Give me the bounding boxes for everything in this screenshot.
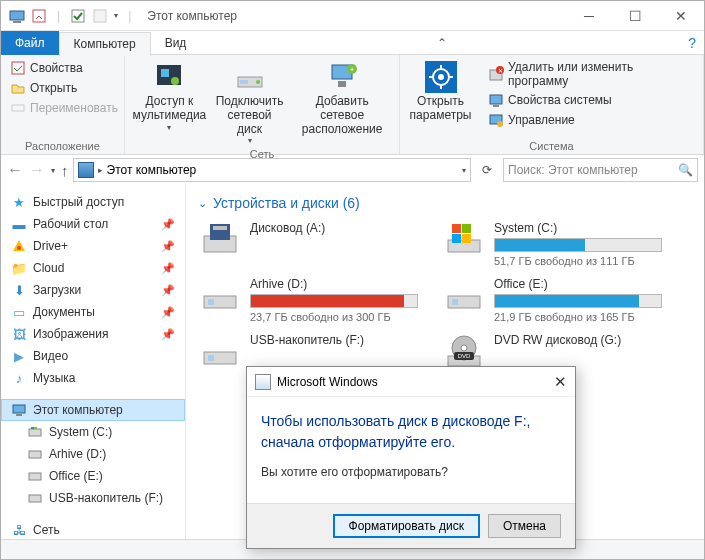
- drive-system-c[interactable]: System (C:) 51,7 ГБ свободно из 111 ГБ: [442, 221, 662, 267]
- manage-label: Управление: [508, 113, 575, 127]
- svg-rect-1: [13, 21, 21, 23]
- label: Быстрый доступ: [33, 195, 124, 209]
- format-disk-button[interactable]: Форматировать диск: [333, 514, 480, 538]
- usage-bar: [494, 238, 662, 252]
- label: System (C:): [49, 425, 112, 439]
- close-button[interactable]: ✕: [658, 1, 704, 31]
- label: Документы: [33, 305, 95, 319]
- label: Этот компьютер: [33, 403, 123, 417]
- tree-documents[interactable]: ▭Документы📌: [1, 301, 185, 323]
- drive-name: System (C:): [494, 221, 662, 235]
- add-netloc-label: Добавить сетевое расположение: [295, 95, 389, 136]
- tree-desktop[interactable]: ▬Рабочий стол📌: [1, 213, 185, 235]
- drive-icon: [27, 424, 43, 440]
- tree-network[interactable]: 🖧Сеть: [1, 519, 185, 539]
- svg-text:✕: ✕: [498, 68, 503, 74]
- tree-videos[interactable]: ▶Видео: [1, 345, 185, 367]
- qat-checkbox-icon[interactable]: [70, 8, 86, 24]
- svg-rect-54: [208, 355, 214, 361]
- minimize-button[interactable]: ─: [566, 1, 612, 31]
- address-dropdown-icon[interactable]: ▾: [462, 166, 466, 175]
- group-location-label: Расположение: [7, 140, 118, 152]
- svg-rect-52: [452, 299, 458, 305]
- dialog-icon: [255, 374, 271, 390]
- expand-ribbon-icon[interactable]: ⌃: [437, 36, 447, 50]
- drive-icon: [27, 468, 43, 484]
- floppy-icon: [198, 221, 242, 257]
- tree-cloud[interactable]: 📁Cloud📌: [1, 257, 185, 279]
- drive-usb-f[interactable]: USB-накопитель (F:): [198, 333, 418, 369]
- uninstall-label: Удалить или изменить программу: [508, 60, 694, 88]
- svg-rect-46: [462, 224, 471, 233]
- search-box[interactable]: Поиск: Этот компьютер 🔍: [503, 158, 698, 182]
- qat-dropdown-icon[interactable]: ▾: [114, 11, 118, 20]
- tree-system-c[interactable]: System (C:): [1, 421, 185, 443]
- dvd-icon: DVD: [442, 333, 486, 369]
- group-header[interactable]: ⌄Устройства и диски (6): [198, 195, 692, 211]
- help-icon[interactable]: ?: [688, 35, 696, 51]
- media-access-label: Доступ к мультимедиа: [133, 95, 207, 123]
- uninstall-button[interactable]: ✕Удалить или изменить программу: [485, 59, 697, 89]
- ribbon: Свойства Открыть Переименовать Расположе…: [1, 55, 704, 155]
- maximize-button[interactable]: ☐: [612, 1, 658, 31]
- chevron-right-icon[interactable]: ▸: [98, 165, 103, 175]
- documents-icon: ▭: [11, 304, 27, 320]
- open-button[interactable]: Открыть: [7, 79, 121, 97]
- qat-blank-icon[interactable]: [92, 8, 108, 24]
- svg-rect-47: [452, 234, 461, 243]
- tab-file[interactable]: Файл: [1, 31, 59, 55]
- back-button[interactable]: ←: [7, 161, 23, 179]
- tree-arhive-d[interactable]: Arhive (D:): [1, 443, 185, 465]
- manage-icon: [488, 112, 504, 128]
- drive-stat: 21,9 ГБ свободно из 165 ГБ: [494, 311, 662, 323]
- svg-rect-27: [490, 95, 502, 104]
- tree-pictures[interactable]: 🖼Изображения📌: [1, 323, 185, 345]
- music-icon: ♪: [11, 370, 27, 386]
- manage-button[interactable]: Управление: [485, 111, 697, 129]
- tree-usb-f[interactable]: USB-накопитель (F:): [1, 487, 185, 509]
- media-access-button[interactable]: Доступ к мультимедиа▾: [131, 59, 208, 148]
- label: USB-накопитель (F:): [49, 491, 163, 505]
- group-system-label: Система: [406, 140, 697, 152]
- tree-this-pc[interactable]: Этот компьютер: [1, 399, 185, 421]
- tree-office-e[interactable]: Office (E:): [1, 465, 185, 487]
- history-dropdown-icon[interactable]: ▾: [51, 166, 55, 175]
- qat-properties-icon[interactable]: [31, 8, 47, 24]
- uninstall-icon: ✕: [488, 66, 504, 82]
- svg-text:+: +: [350, 65, 355, 74]
- open-settings-button[interactable]: Открыть параметры: [406, 59, 475, 140]
- tree-quick-access[interactable]: ★Быстрый доступ: [1, 191, 185, 213]
- system-properties-button[interactable]: Свойства системы: [485, 91, 697, 109]
- tree-driveplus[interactable]: Drive+📌: [1, 235, 185, 257]
- drive-office-e[interactable]: Office (E:) 21,9 ГБ свободно из 165 ГБ: [442, 277, 662, 323]
- navigation-bar: ← → ▾ ↑ ▸ Этот компьютер ▾ ⟳ Поиск: Этот…: [1, 155, 704, 185]
- tree-downloads[interactable]: ⬇Загрузки📌: [1, 279, 185, 301]
- refresh-button[interactable]: ⟳: [475, 163, 499, 177]
- pin-icon: 📌: [161, 284, 175, 297]
- svg-rect-14: [338, 81, 346, 87]
- drive-icon: [27, 446, 43, 462]
- svg-rect-11: [240, 80, 248, 84]
- drive-arhive-d[interactable]: Arhive (D:) 23,7 ГБ свободно из 300 ГБ: [198, 277, 418, 323]
- forward-button: →: [29, 161, 45, 179]
- pin-icon: 📌: [161, 240, 175, 253]
- tree-music[interactable]: ♪Музыка: [1, 367, 185, 389]
- tab-view[interactable]: Вид: [151, 31, 201, 55]
- drive-floppy-a[interactable]: Дисковод (A:): [198, 221, 418, 267]
- label: Cloud: [33, 261, 64, 275]
- cancel-button[interactable]: Отмена: [488, 514, 561, 538]
- properties-label: Свойства: [30, 61, 83, 75]
- tab-computer[interactable]: Компьютер: [59, 32, 151, 56]
- up-button[interactable]: ↑: [61, 162, 69, 179]
- dialog-close-button[interactable]: ✕: [554, 373, 567, 391]
- search-placeholder: Поиск: Этот компьютер: [508, 163, 638, 177]
- map-drive-button[interactable]: Подключить сетевой диск▾: [212, 59, 287, 148]
- address-bar[interactable]: ▸ Этот компьютер ▾: [73, 158, 472, 182]
- properties-button[interactable]: Свойства: [7, 59, 121, 77]
- add-network-location-button[interactable]: +Добавить сетевое расположение: [291, 59, 393, 148]
- breadcrumb[interactable]: Этот компьютер: [107, 163, 197, 177]
- chevron-down-icon: ⌄: [198, 197, 207, 210]
- drive-dvd-g[interactable]: DVD DVD RW дисковод (G:): [442, 333, 662, 369]
- usb-drive-icon: [198, 333, 242, 369]
- drive-name: Arhive (D:): [250, 277, 418, 291]
